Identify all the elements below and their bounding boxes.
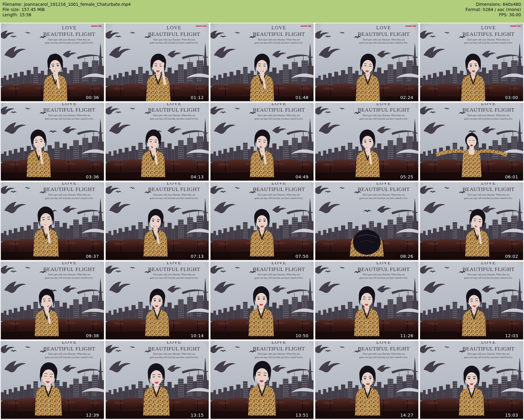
timestamp-overlay: 12:03: [505, 333, 518, 338]
vignette: [211, 24, 313, 101]
thumbnail-image: LOVE BEAUTIFUL FLIGHT Don't part with yo…: [315, 24, 418, 101]
scene: LOVE BEAUTIFUL FLIGHT Don't part with yo…: [315, 341, 418, 419]
scene: LOVE BEAUTIFUL FLIGHT Don't part with yo…: [106, 103, 209, 181]
timestamp-overlay: 07:50: [295, 254, 309, 259]
video-thumbnail: LOVE BEAUTIFUL FLIGHT Don't part with yo…: [420, 341, 523, 419]
thumbnail-image: LOVE BEAUTIFUL FLIGHT Don't part with yo…: [420, 341, 523, 419]
scene: LOVE BEAUTIFUL FLIGHT Don't part with yo…: [211, 24, 313, 101]
fps-label: FPS:: [499, 12, 508, 17]
video-thumbnail: LOVE BEAUTIFUL FLIGHT Don't part with yo…: [106, 341, 209, 419]
thumbnail-image: LOVE BEAUTIFUL FLIGHT Don't part with yo…: [1, 262, 104, 339]
video-thumbnail: LOVE BEAUTIFUL FLIGHT Don't part with yo…: [1, 103, 104, 181]
timestamp-overlay: 07:13: [191, 254, 204, 259]
filename-value: joannacarol_191216_1001_female_Chaturbat…: [24, 2, 131, 7]
scene: LOVE BEAUTIFUL FLIGHT Don't part with yo…: [420, 182, 523, 260]
scene: LOVE BEAUTIFUL FLIGHT Don't part with yo…: [420, 262, 523, 339]
vignette: [315, 103, 418, 181]
timestamp-overlay: 03:36: [86, 174, 99, 179]
vignette: [420, 262, 523, 339]
timestamp-overlay: 01:48: [295, 95, 309, 100]
vignette: [211, 262, 313, 339]
vignette: [315, 262, 418, 339]
thumbnail-image: LOVE BEAUTIFUL FLIGHT Don't part with yo…: [211, 24, 313, 101]
video-thumbnail: LOVE BEAUTIFUL FLIGHT Don't part with yo…: [106, 182, 209, 260]
timestamp-overlay: 01:12: [191, 95, 204, 100]
scene: LOVE BEAUTIFUL FLIGHT Don't part with yo…: [211, 262, 313, 339]
thumbnail-image: LOVE BEAUTIFUL FLIGHT Don't part with yo…: [211, 182, 313, 260]
dimensions-line: Dimensions: 640x480: [465, 2, 521, 7]
scene: LOVE BEAUTIFUL FLIGHT Don't part with yo…: [211, 103, 313, 181]
vignette: [1, 262, 104, 339]
vignette: [106, 182, 209, 260]
timestamp-overlay: 04:13: [191, 174, 204, 179]
thumbnail-image: LOVE BEAUTIFUL FLIGHT Don't part with yo…: [211, 262, 313, 339]
scene: LOVE BEAUTIFUL FLIGHT Don't part with yo…: [420, 103, 523, 181]
scene: LOVE BEAUTIFUL FLIGHT Don't part with yo…: [106, 24, 209, 101]
video-thumbnail: LOVE BEAUTIFUL FLIGHT Don't part with yo…: [420, 262, 523, 339]
vignette: [1, 341, 104, 419]
thumbnail-image: LOVE BEAUTIFUL FLIGHT Don't part with yo…: [420, 182, 523, 260]
scene: LOVE BEAUTIFUL FLIGHT Don't part with yo…: [315, 182, 418, 260]
timestamp-overlay: 06:37: [86, 254, 99, 259]
thumbnail-image: LOVE BEAUTIFUL FLIGHT Don't part with yo…: [1, 103, 104, 181]
vignette: [420, 182, 523, 260]
scene: LOVE BEAUTIFUL FLIGHT Don't part with yo…: [315, 262, 418, 339]
video-thumbnail: LOVE BEAUTIFUL FLIGHT Don't part with yo…: [106, 262, 209, 339]
thumbnail-image: LOVE BEAUTIFUL FLIGHT Don't part with yo…: [420, 262, 523, 339]
video-thumbnail: LOVE BEAUTIFUL FLIGHT Don't part with yo…: [106, 103, 209, 181]
thumbnail-image: LOVE BEAUTIFUL FLIGHT Don't part with yo…: [315, 103, 418, 181]
video-thumbnail: LOVE BEAUTIFUL FLIGHT Don't part with yo…: [211, 103, 313, 181]
timestamp-overlay: 14:27: [400, 413, 413, 418]
timestamp-overlay: 09:38: [86, 333, 99, 338]
scene: LOVE BEAUTIFUL FLIGHT Don't part with yo…: [420, 341, 523, 419]
timestamp-overlay: 12:39: [86, 413, 99, 418]
scene: LOVE BEAUTIFUL FLIGHT Don't part with yo…: [1, 103, 104, 181]
timestamp-overlay: 03:00: [505, 95, 518, 100]
thumbnail-image: LOVE BEAUTIFUL FLIGHT Don't part with yo…: [1, 24, 104, 101]
thumbnail-image: LOVE BEAUTIFUL FLIGHT Don't part with yo…: [420, 24, 523, 101]
scene: LOVE BEAUTIFUL FLIGHT Don't part with yo…: [1, 262, 104, 339]
video-thumbnail: LOVE BEAUTIFUL FLIGHT Don't part with yo…: [315, 24, 418, 101]
thumbnail-image: LOVE BEAUTIFUL FLIGHT Don't part with yo…: [106, 24, 209, 101]
scene: LOVE BEAUTIFUL FLIGHT Don't part with yo…: [211, 341, 313, 419]
scene: LOVE BEAUTIFUL FLIGHT Don't part with yo…: [420, 24, 523, 101]
info-header: Filename: joannacarol_191216_1001_female…: [0, 0, 524, 23]
scene: LOVE BEAUTIFUL FLIGHT Don't part with yo…: [1, 341, 104, 419]
dimensions-value: 640x480: [503, 2, 521, 7]
filename-label: Filename:: [2, 2, 22, 7]
filename-line: Filename: joannacarol_191216_1001_female…: [2, 2, 131, 7]
vignette: [1, 103, 104, 181]
vignette: [106, 103, 209, 181]
scene: LOVE BEAUTIFUL FLIGHT Don't part with yo…: [106, 182, 209, 260]
scene: LOVE BEAUTIFUL FLIGHT Don't part with yo…: [211, 182, 313, 260]
vignette: [211, 182, 313, 260]
video-thumbnail: LOVE BEAUTIFUL FLIGHT Don't part with yo…: [211, 182, 313, 260]
filesize-line: File size: 157.45 MiB: [2, 7, 131, 12]
thumbnail-image: LOVE BEAUTIFUL FLIGHT Don't part with yo…: [1, 182, 104, 260]
thumbnail-image: LOVE BEAUTIFUL FLIGHT Don't part with yo…: [211, 341, 313, 419]
video-thumbnail: LOVE BEAUTIFUL FLIGHT Don't part with yo…: [106, 24, 209, 101]
scene: LOVE BEAUTIFUL FLIGHT Don't part with yo…: [315, 103, 418, 181]
vignette: [315, 341, 418, 419]
vignette: [1, 182, 104, 260]
scene: LOVE BEAUTIFUL FLIGHT Don't part with yo…: [1, 24, 104, 101]
length-label: Length:: [2, 12, 18, 17]
thumbnail-image: LOVE BEAUTIFUL FLIGHT Don't part with yo…: [315, 182, 418, 260]
format-value: h264 / aac (mono): [483, 7, 521, 12]
length-value: 15:56: [19, 12, 31, 17]
file-info-right: Dimensions: 640x480 Format: h264 / aac (…: [465, 2, 521, 23]
video-thumbnail: LOVE BEAUTIFUL FLIGHT Don't part with yo…: [1, 24, 104, 101]
format-label: Format:: [465, 7, 481, 12]
video-thumbnail: LOVE BEAUTIFUL FLIGHT Don't part with yo…: [211, 341, 313, 419]
thumbnail-grid: LOVE BEAUTIFUL FLIGHT Don't part with yo…: [0, 23, 524, 419]
fps-line: FPS: 30.00: [465, 12, 521, 17]
timestamp-overlay: 13:51: [295, 413, 309, 418]
vignette: [420, 341, 523, 419]
thumbnail-image: LOVE BEAUTIFUL FLIGHT Don't part with yo…: [106, 182, 209, 260]
vignette: [420, 103, 523, 181]
vignette: [106, 262, 209, 339]
vignette: [315, 182, 418, 260]
timestamp-overlay: 06:01: [505, 174, 518, 179]
vignette: [211, 103, 313, 181]
scene: LOVE BEAUTIFUL FLIGHT Don't part with yo…: [106, 262, 209, 339]
